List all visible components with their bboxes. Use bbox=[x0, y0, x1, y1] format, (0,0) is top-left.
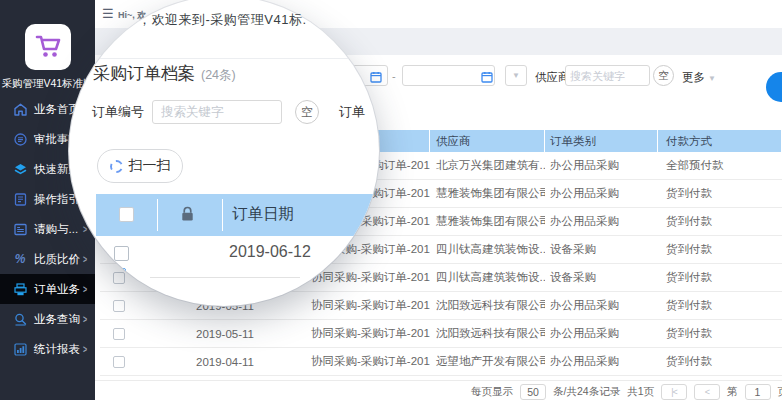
column-header-date[interactable]: 订单日期 bbox=[232, 204, 294, 225]
cell-category: 办公用品采购 bbox=[545, 214, 658, 229]
record-count-badge: (24条) bbox=[201, 68, 236, 82]
table-row[interactable]: 2019-05-11 协同采购-采购订单-201... 沈阳致远科技有限公司 办… bbox=[100, 320, 782, 348]
order-no-search-input[interactable] bbox=[152, 100, 282, 124]
row-checkbox[interactable] bbox=[113, 356, 125, 368]
report-icon bbox=[13, 342, 27, 356]
home-icon bbox=[13, 102, 27, 116]
per-page-label: 每页显示 bbox=[471, 385, 513, 399]
cell-order-date: 2019-05-11 bbox=[168, 328, 305, 340]
total-pages-label: 共1页 bbox=[627, 385, 654, 399]
page-prefix-label: 第 bbox=[727, 385, 738, 399]
requisition-icon bbox=[13, 222, 27, 236]
first-page-button[interactable]: |< bbox=[661, 384, 687, 400]
hamburger-icon[interactable]: ☰ bbox=[102, 7, 114, 21]
app-logo bbox=[25, 24, 71, 70]
row-checkbox[interactable] bbox=[113, 300, 125, 312]
cell-supplier: 四川钛高建筑装饰设... bbox=[430, 242, 545, 257]
sidebar-item-requisition[interactable]: 请购与... > bbox=[0, 214, 95, 244]
magnified-row-date: 2019-06-12 bbox=[229, 243, 311, 261]
date-range-separator: - bbox=[392, 70, 396, 82]
lock-icon bbox=[181, 206, 194, 226]
prev-page-button[interactable]: < bbox=[694, 384, 720, 400]
pagination-bar: 每页显示 50 条/共24条记录 共1页 |< < 第 1 页 bbox=[95, 380, 782, 400]
column-header-supplier[interactable]: 供应商 bbox=[430, 130, 545, 152]
cell-order-no: 协同采购-采购订单-201... bbox=[305, 298, 430, 313]
cell-category: 办公用品采购 bbox=[545, 326, 658, 341]
cell-payment: 货到付款 bbox=[658, 298, 782, 313]
quick-create-icon bbox=[13, 162, 27, 176]
cell-order-no: 协同采购-采购订单-201... bbox=[305, 270, 430, 285]
current-page-input[interactable]: 1 bbox=[745, 384, 771, 400]
shopping-cart-icon bbox=[33, 32, 63, 62]
order-no-filter: 订单编号 空 订单 bbox=[92, 100, 365, 124]
sidebar-item-query[interactable]: 业务查询 > bbox=[0, 304, 95, 334]
per-page-select[interactable]: 50 bbox=[520, 384, 546, 400]
page-suffix-label: 页 bbox=[778, 385, 782, 399]
compare-icon: % bbox=[13, 252, 27, 266]
cell-category: 办公用品采购 bbox=[545, 158, 658, 173]
cell-supplier: 慧雅装饰集团有限公司 bbox=[430, 214, 545, 229]
page-title: 采购订单档案(24条) bbox=[93, 62, 236, 85]
cell-supplier: 沈阳致远科技有限公司 bbox=[430, 326, 545, 341]
order-icon bbox=[13, 282, 27, 296]
cell-order-no: 协同采购-采购订单-201... bbox=[305, 354, 430, 369]
select-all-checkbox[interactable] bbox=[119, 207, 134, 222]
search-circle-button[interactable] bbox=[766, 72, 782, 102]
sidebar-item-compare[interactable]: % 比质比价 > bbox=[0, 244, 95, 274]
cell-supplier: 远望地产开发有限公司 bbox=[430, 354, 545, 369]
clear-filter-button[interactable]: 空 bbox=[653, 65, 674, 86]
magnified-table-header: 订单日期 bbox=[96, 194, 379, 236]
cell-payment: 全部预付款 bbox=[658, 158, 782, 173]
cell-category: 设备采购 bbox=[545, 242, 658, 257]
cell-payment: 货到付款 bbox=[658, 354, 782, 369]
cell-payment: 货到付款 bbox=[658, 326, 782, 341]
order-no-filter-label: 订单编号 bbox=[92, 103, 144, 121]
approval-icon bbox=[13, 132, 27, 146]
app-window: ☰ Hi~, 欢 采购管理V41标准版 业务首页 bbox=[0, 0, 782, 400]
welcome-banner-text: ，欢迎来到-采购管理V41标. bbox=[138, 11, 307, 29]
guide-icon bbox=[13, 192, 27, 206]
records-label: 条/共24条记录 bbox=[553, 385, 620, 399]
column-header-payment[interactable]: 付款方式 bbox=[658, 130, 782, 152]
cell-category: 办公用品采购 bbox=[545, 298, 658, 313]
table-row[interactable]: 2019-04-11 协同采购-采购订单-201... 远望地产开发有限公司 办… bbox=[100, 348, 782, 376]
chevron-down-icon[interactable]: ▼ bbox=[505, 65, 527, 86]
cell-order-no: 协同采购-采购订单-201... bbox=[305, 326, 430, 341]
column-header-category[interactable]: 订单类别 bbox=[545, 130, 658, 152]
chevron-down-icon: ▼ bbox=[708, 74, 716, 83]
cell-supplier: 沈阳致远科技有限公司 bbox=[430, 298, 545, 313]
clear-filter-button[interactable]: 空 bbox=[295, 100, 319, 124]
calendar-icon[interactable] bbox=[370, 69, 382, 87]
cell-supplier: 北京万兴集团建筑有... bbox=[430, 158, 545, 173]
cell-category: 办公用品采购 bbox=[545, 186, 658, 201]
row-checkbox[interactable] bbox=[114, 246, 129, 261]
more-filters-button[interactable]: 更多▼ bbox=[682, 70, 716, 85]
row-checkbox[interactable] bbox=[113, 328, 125, 340]
row-checkbox[interactable] bbox=[113, 272, 125, 284]
scan-icon bbox=[110, 160, 123, 173]
cell-category: 办公用品采购 bbox=[545, 354, 658, 369]
magnifier-lens: 采购订单档案(24条) 订单编号 空 订单 扫一扫 订单日期 2019-06-1… bbox=[69, 0, 379, 306]
cell-payment: 货到付款 bbox=[658, 214, 782, 229]
cell-payment: 货到付款 bbox=[658, 270, 782, 285]
cell-order-date: 2019-04-11 bbox=[168, 356, 305, 368]
cell-payment: 货到付款 bbox=[658, 242, 782, 257]
supplier-search-input[interactable] bbox=[565, 65, 650, 86]
cell-supplier: 四川钛高建筑装饰设... bbox=[430, 270, 545, 285]
cell-category: 设备采购 bbox=[545, 270, 658, 285]
sidebar-item-reports[interactable]: 统计报表 > bbox=[0, 334, 95, 364]
cell-payment: 货到付款 bbox=[658, 186, 782, 201]
calendar-icon[interactable] bbox=[481, 69, 493, 87]
query-icon bbox=[13, 312, 27, 326]
cell-supplier: 慧雅装饰集团有限公司 bbox=[430, 186, 545, 201]
next-filter-label: 订单 bbox=[339, 103, 365, 121]
scan-button[interactable]: 扫一扫 bbox=[97, 149, 183, 183]
sidebar-item-orders[interactable]: 订单业务 > bbox=[0, 274, 95, 304]
panel-top-border bbox=[87, 58, 367, 59]
